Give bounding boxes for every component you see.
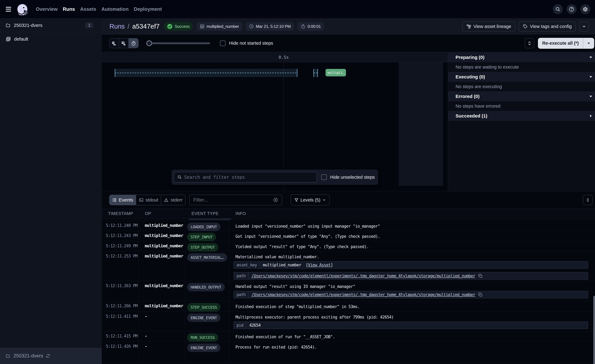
- list-icon: [112, 198, 117, 202]
- log-op: multiplied_number: [139, 241, 185, 252]
- breadcrumb-runs-link[interactable]: Runs: [109, 23, 125, 30]
- log-timestamp: 5:12:11.263 PM: [102, 281, 139, 301]
- breadcrumb: Runs / a5347ef7: [109, 23, 160, 30]
- log-timestamp: 5:12:11.240 PM: [102, 221, 139, 231]
- gantt-body[interactable]: multipli.. Hide unselected steps: [102, 62, 448, 191]
- reexecute-menu-button[interactable]: [583, 41, 594, 45]
- log-row[interactable]: 5:12:11.249 PM multiplied_number STEP_OU…: [102, 241, 595, 251]
- settings-button[interactable]: [580, 4, 590, 14]
- zoom-fit-button[interactable]: [525, 38, 534, 48]
- search-button[interactable]: [553, 4, 563, 14]
- log-row[interactable]: 5:12:11.243 PM multiplied_number STEP_IN…: [102, 231, 595, 241]
- gear-icon: [582, 7, 588, 12]
- tab-stderr[interactable]: stderr: [161, 195, 185, 205]
- caret-right-icon: [589, 114, 593, 118]
- copy-icon[interactable]: [478, 292, 483, 297]
- gantt-flat-mode-button[interactable]: [109, 38, 119, 48]
- gantt-toolbar: Hide not started steps Re-execute all (*…: [102, 35, 595, 52]
- log-filter-box[interactable]: [189, 195, 282, 205]
- status-section-header[interactable]: Executing (0): [448, 72, 595, 82]
- terminal-icon: [139, 198, 143, 202]
- log-row[interactable]: 5:12:11.415 PM - RUN_SUCCESS Finished ex…: [102, 331, 595, 342]
- stopwatch-icon: [131, 41, 136, 46]
- hide-not-started-checkbox-row[interactable]: Hide not started steps: [220, 41, 273, 46]
- status-badge: Success: [164, 22, 193, 31]
- gantt-background-panel: [399, 62, 443, 186]
- gantt-step-bar[interactable]: multipli..: [326, 69, 346, 76]
- log-row[interactable]: 5:12:11.263 PM multiplied_number HANDLED…: [102, 281, 595, 301]
- span-end-edge: [317, 69, 318, 77]
- tab-stdout[interactable]: stdout: [136, 195, 161, 205]
- path-link[interactable]: /Users/smackesey/stm/code/elementl/exper…: [252, 273, 475, 278]
- hide-unselected-checkbox-row[interactable]: Hide unselected steps: [321, 174, 375, 180]
- sidebar-item-code-location[interactable]: 250321-dvers 1: [0, 18, 102, 32]
- nav-item-automation[interactable]: Automation: [101, 7, 129, 12]
- reexecute-all-button[interactable]: Re-execute all (*): [538, 38, 594, 49]
- log-op: -: [139, 342, 185, 363]
- clear-filter-icon[interactable]: [273, 197, 278, 203]
- sidebar-footer[interactable]: 250321-dvers: [0, 348, 102, 364]
- sidebar-item-label: default: [14, 36, 28, 42]
- asset-tag[interactable]: multiplied_number: [197, 22, 242, 31]
- expand-log-panel-button[interactable]: [583, 195, 593, 205]
- copy-icon[interactable]: [478, 273, 483, 278]
- nav-item-assets[interactable]: Assets: [80, 7, 96, 12]
- span-start-edge: [313, 69, 314, 77]
- asset-grid-icon: [200, 24, 205, 29]
- sidebar-item-job-default[interactable]: default: [0, 32, 102, 46]
- step-search-input[interactable]: [184, 175, 314, 180]
- status-section-header[interactable]: Preparing (0): [448, 52, 595, 62]
- metadata-label: pid: [234, 322, 246, 329]
- column-header-info: INFO: [229, 209, 595, 218]
- metadata-entry-path: path/Users/smackesey/stm/code/elementl/e…: [234, 272, 588, 280]
- caret-down-icon: [589, 94, 593, 98]
- gantt-zoom-slider[interactable]: [146, 35, 210, 52]
- gantt-waiting-span-short: [313, 69, 318, 77]
- dagster-logo-icon[interactable]: [17, 3, 28, 15]
- search-icon: [555, 7, 560, 12]
- view-asset-link[interactable]: View Asset: [308, 263, 331, 267]
- log-row[interactable]: 5:12:11.411 PM - ENGINE_EVENT Multiproce…: [102, 312, 595, 331]
- chevron-down-icon: [582, 24, 586, 29]
- log-filter-input[interactable]: [193, 197, 273, 203]
- hide-unselected-checkbox[interactable]: [321, 174, 327, 180]
- column-header-event-type: EVENT TYPE: [185, 209, 229, 218]
- hide-not-started-checkbox[interactable]: [220, 41, 226, 46]
- step-search-box[interactable]: [174, 172, 317, 182]
- event-type-pill: HANDLED_OUTPUT: [187, 283, 225, 291]
- tab-events[interactable]: Events: [109, 195, 136, 205]
- status-section-header[interactable]: Errored (0): [448, 91, 595, 101]
- folder-icon: [6, 354, 10, 358]
- expand-vertical-icon: [586, 198, 590, 202]
- log-row[interactable]: 5:12:11.426 PM - ENGINE_EVENT Process fo…: [102, 342, 595, 363]
- nav-item-runs[interactable]: Runs: [63, 7, 75, 12]
- caret-down-icon: [587, 41, 591, 45]
- nav-item-overview[interactable]: Overview: [36, 7, 57, 12]
- log-op: -: [139, 331, 185, 342]
- log-row[interactable]: 5:12:11.240 PM multiplied_number LOADED_…: [102, 221, 595, 231]
- nav-item-deployment[interactable]: Deployment: [134, 7, 162, 12]
- log-row[interactable]: 5:12:11.266 PM multiplied_number STEP_SU…: [102, 301, 595, 312]
- slider-knob[interactable]: [146, 40, 152, 46]
- help-button[interactable]: [567, 4, 577, 14]
- levels-dropdown-button[interactable]: Levels (5): [291, 195, 330, 205]
- run-actions-menu-button[interactable]: [579, 21, 589, 31]
- log-row[interactable]: 5:12:11.253 PM multiplied_number ASSET_M…: [102, 251, 595, 281]
- status-section-header[interactable]: Succeeded (1): [448, 111, 595, 121]
- column-header-timestamp[interactable]: TIMESTAMP: [102, 209, 139, 218]
- gantt-timed-mode-button[interactable]: [129, 38, 138, 48]
- menu-icon[interactable]: [6, 7, 11, 12]
- gantt-mode-segmented-control: [109, 38, 139, 48]
- sync-icon[interactable]: [46, 354, 50, 358]
- path-link[interactable]: /Users/smackesey/stm/code/elementl/exper…: [252, 292, 475, 297]
- log-info: Finished execution of run for "__ASSET_J…: [229, 331, 595, 342]
- sidebar-item-label: 250321-dvers: [14, 23, 42, 28]
- search-icon: [177, 175, 182, 180]
- vertical-scrollbar[interactable]: [593, 296, 595, 364]
- view-tags-config-button[interactable]: View tags and config: [519, 21, 576, 31]
- slider-track[interactable]: [146, 42, 210, 44]
- warning-icon: [164, 198, 169, 202]
- gantt-waterfall-mode-button[interactable]: [119, 38, 129, 48]
- log-info: Yielded output "result" of type "Any". (…: [229, 241, 595, 252]
- view-asset-lineage-button[interactable]: View asset lineage: [462, 21, 515, 31]
